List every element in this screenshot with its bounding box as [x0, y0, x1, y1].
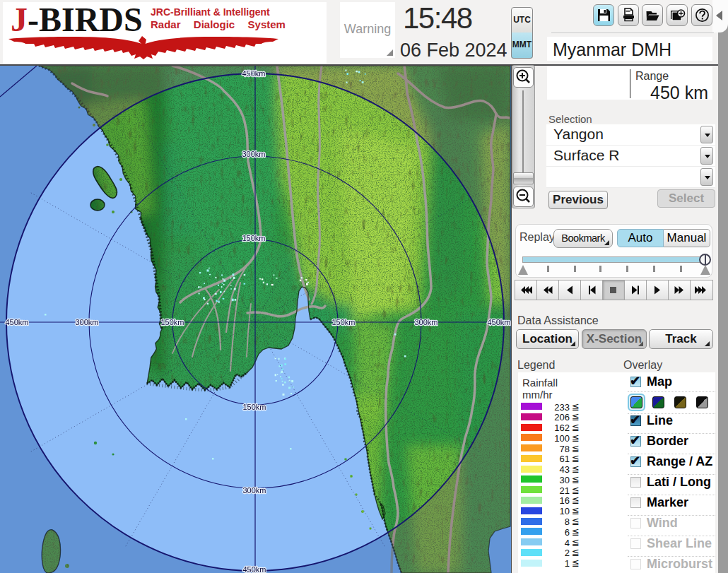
svg-text:450km: 450km [487, 318, 510, 326]
svg-text:150km: 150km [331, 318, 355, 326]
svg-text:450km: 450km [242, 69, 265, 78]
svg-text:450km: 450km [242, 565, 266, 573]
svg-text:300km: 300km [75, 318, 98, 326]
svg-text:450km: 450km [5, 318, 28, 326]
svg-text:300km: 300km [414, 318, 438, 326]
svg-text:150km: 150km [242, 234, 265, 242]
svg-text:300km: 300km [242, 150, 265, 158]
svg-text:300km: 300km [242, 486, 266, 495]
svg-text:150km: 150km [242, 403, 266, 411]
svg-text:150km: 150km [160, 318, 184, 326]
